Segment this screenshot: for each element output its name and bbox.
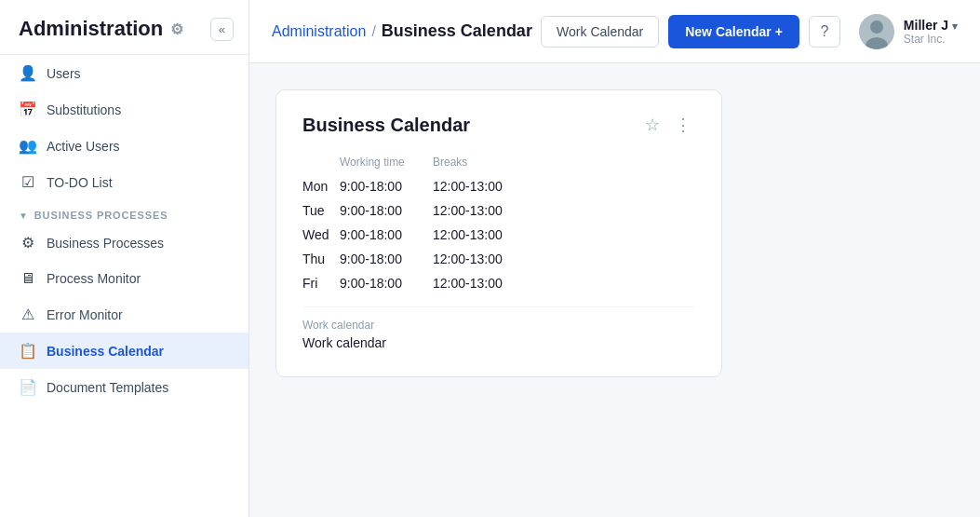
breadcrumb-admin-link[interactable]: Administration [272,23,366,40]
working-time-cell: 9:00-18:00 [340,198,433,223]
sidebar-item-error-monitor-label: Error Monitor [47,307,123,322]
avatar [859,14,894,49]
sidebar: Administration ⚙ « 👤 Users 📅 Substitutio… [0,0,249,517]
sidebar-item-todo-list[interactable]: ☑ TO-DO List [0,164,248,200]
sidebar-item-substitutions[interactable]: 📅 Substitutions [0,91,248,128]
user-company: Star Inc. [904,33,958,46]
process-monitor-icon: 🖥 [19,270,37,287]
section-label-business-processes: ▼ BUSINESS PROCESSES [0,200,248,224]
business-processes-icon: ⚙ [19,234,37,252]
table-row: Fri 9:00-18:00 12:00-13:00 [302,271,695,295]
sidebar-title-text: Administration [19,17,163,41]
breaks-cell: 12:00-13:00 [433,271,695,295]
business-calendar-icon: 📋 [19,342,37,360]
svg-point-1 [870,20,883,34]
gear-icon[interactable]: ⚙ [170,20,183,38]
card-header-actions: ☆ ⋮ [641,113,695,137]
sidebar-item-business-processes-label: Business Processes [47,236,164,251]
work-calendar-label: Work calendar [302,319,695,332]
sidebar-item-active-users-label: Active Users [47,139,120,154]
work-calendar-button[interactable]: Work Calendar [541,16,659,48]
working-time-cell: 9:00-18:00 [340,174,433,198]
topbar-actions: Work Calendar New Calendar + ? Miller J … [541,14,958,49]
collapse-sidebar-button[interactable]: « [210,18,234,41]
error-monitor-icon: ⚠ [19,306,37,323]
day-cell: Tue [302,198,340,223]
breaks-cell: 12:00-13:00 [433,247,695,271]
card-header: Business Calendar ☆ ⋮ [302,113,695,137]
day-cell: Fri [302,271,340,295]
schedule-table: Working time Breaks Mon 9:00-18:00 12:00… [302,156,695,295]
page-content: Business Calendar ☆ ⋮ Working time Break… [249,63,980,517]
breadcrumb-current: Business Calendar [382,21,532,41]
todo-icon: ☑ [19,173,37,191]
sidebar-header: Administration ⚙ « [0,0,248,55]
breadcrumb: Administration / Business Calendar [272,21,532,41]
user-name: Miller J ▾ [904,18,958,33]
sidebar-nav: 👤 Users 📅 Substitutions 👥 Active Users ☑… [0,55,248,517]
dropdown-arrow-icon: ▾ [952,20,958,32]
avatar-image [859,14,894,49]
user-info: Miller J ▾ Star Inc. [904,18,958,46]
card-title: Business Calendar [302,115,470,136]
substitutions-icon: 📅 [19,101,37,118]
day-column-header [302,156,340,174]
user-section: Miller J ▾ Star Inc. [859,14,958,49]
star-icon: ☆ [645,116,660,134]
sidebar-item-users-label: Users [47,66,81,81]
sidebar-item-todo-label: TO-DO List [47,175,113,190]
sidebar-item-users[interactable]: 👤 Users [0,55,248,91]
breadcrumb-separator: / [371,23,375,40]
sidebar-item-business-processes[interactable]: ⚙ Business Processes [0,224,248,261]
working-time-cell: 9:00-18:00 [340,247,433,271]
sidebar-title-area: Administration ⚙ [19,17,183,41]
help-icon: ? [820,23,828,40]
breaks-cell: 12:00-13:00 [433,174,695,198]
main-content: Administration / Business Calendar Work … [249,0,980,517]
sidebar-item-document-templates-label: Document Templates [47,380,168,395]
sidebar-item-error-monitor[interactable]: ⚠ Error Monitor [0,296,248,333]
working-time-column-header: Working time [340,156,433,174]
working-time-cell: 9:00-18:00 [340,223,433,247]
card-divider [302,306,695,307]
sidebar-item-process-monitor[interactable]: 🖥 Process Monitor [0,261,248,296]
sidebar-item-business-calendar-label: Business Calendar [47,344,164,359]
star-button[interactable]: ☆ [641,113,664,137]
sidebar-item-substitutions-label: Substitutions [47,102,121,117]
topbar: Administration / Business Calendar Work … [249,0,980,63]
table-row: Tue 9:00-18:00 12:00-13:00 [302,198,695,223]
sidebar-item-active-users[interactable]: 👥 Active Users [0,128,248,164]
table-row: Mon 9:00-18:00 12:00-13:00 [302,174,695,198]
breaks-cell: 12:00-13:00 [433,198,695,223]
users-icon: 👤 [19,64,37,82]
active-users-icon: 👥 [19,137,37,155]
table-row: Wed 9:00-18:00 12:00-13:00 [302,223,695,247]
working-time-cell: 9:00-18:00 [340,271,433,295]
work-calendar-value: Work calendar [302,335,695,350]
table-row: Thu 9:00-18:00 12:00-13:00 [302,247,695,271]
breaks-cell: 12:00-13:00 [433,223,695,247]
breaks-column-header: Breaks [433,156,695,174]
day-cell: Mon [302,174,340,198]
more-options-button[interactable]: ⋮ [671,113,695,137]
help-button[interactable]: ? [809,16,840,48]
sidebar-item-business-calendar[interactable]: 📋 Business Calendar [0,333,248,369]
calendar-card: Business Calendar ☆ ⋮ Working time Break… [275,89,722,377]
day-cell: Thu [302,247,340,271]
day-cell: Wed [302,223,340,247]
section-chevron: ▼ [19,211,29,221]
ellipsis-icon: ⋮ [675,116,691,134]
new-calendar-button[interactable]: New Calendar + [668,15,799,48]
sidebar-item-document-templates[interactable]: 📄 Document Templates [0,369,248,405]
document-templates-icon: 📄 [19,378,37,396]
sidebar-item-process-monitor-label: Process Monitor [47,271,141,286]
